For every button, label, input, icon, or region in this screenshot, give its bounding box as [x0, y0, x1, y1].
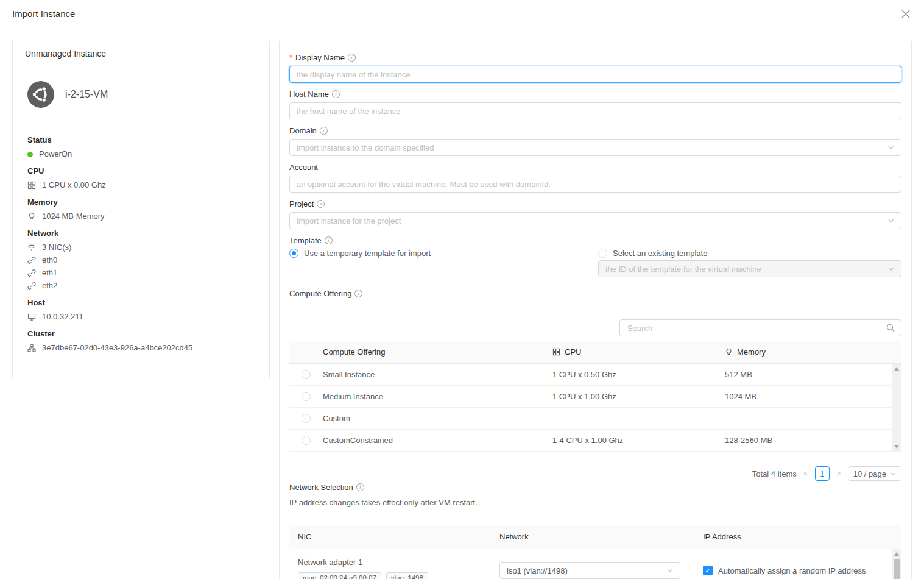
instance-name: i-2-15-VM — [65, 89, 108, 100]
template-item: Template Use a temporary template for im… — [289, 234, 901, 277]
cluster-icon — [27, 344, 36, 352]
nic-name: Network adapter 1 — [298, 558, 491, 567]
next-page-button[interactable]: > — [834, 466, 843, 481]
pagination-total: Total 4 items — [752, 469, 797, 478]
column-header-cpu: CPU — [552, 347, 725, 357]
scroll-down-icon[interactable] — [894, 445, 899, 449]
domain-label: Domain — [289, 126, 317, 135]
prev-page-button[interactable]: < — [802, 466, 810, 481]
status-value: PowerOn — [39, 149, 72, 159]
table-scrollbar[interactable] — [892, 549, 901, 579]
divider — [27, 123, 255, 123]
card-title: Unmanaged Instance — [13, 41, 269, 66]
scroll-up-icon[interactable] — [894, 367, 899, 371]
page-number-button[interactable]: 1 — [815, 466, 830, 481]
cpu-value: 1 CPU x 0.00 Ghz — [42, 180, 106, 190]
table-row[interactable]: Small Instance 1 CPU x 0.50 Ghz 512 MB — [289, 364, 901, 386]
cluster-section: Cluster 3e7dbe67-02d0-43e3-926a-a4bce202… — [27, 329, 255, 353]
close-button[interactable] — [892, 0, 919, 27]
account-item: Account — [289, 161, 901, 193]
account-input[interactable] — [289, 176, 901, 193]
network-selection-label: Network Selection — [289, 483, 353, 492]
row-radio[interactable] — [302, 392, 311, 401]
info-icon[interactable] — [332, 90, 340, 98]
info-icon[interactable] — [317, 200, 325, 208]
compute-offering-search — [619, 319, 901, 336]
scroll-thumb[interactable] — [894, 559, 900, 579]
compute-offering-table: Compute Offering CPU Memory Small Instan… — [289, 341, 901, 452]
pagination: Total 4 items < 1 > 10 / page — [289, 466, 901, 481]
radio-temporary-template-label: Use a temporary template for import — [304, 249, 431, 258]
page-size-select[interactable]: 10 / page — [848, 466, 901, 481]
unmanaged-instance-card: Unmanaged Instance i-2-15-VM Status Powe… — [12, 41, 270, 378]
column-header-ip: IP Address — [694, 532, 901, 541]
template-label: Template — [289, 236, 322, 245]
radio-temporary-template[interactable]: Use a temporary template for import — [289, 249, 598, 258]
info-icon[interactable] — [356, 483, 364, 491]
info-icon[interactable] — [320, 127, 328, 135]
info-icon[interactable] — [354, 290, 362, 297]
chevron-down-icon — [888, 146, 894, 149]
search-icon[interactable] — [886, 324, 895, 332]
checkbox-checked-icon[interactable] — [703, 566, 713, 575]
status-dot-icon — [27, 152, 33, 157]
project-select[interactable]: import instance for the project — [289, 212, 901, 229]
nic-network-value: iso1 (vlan://1498) — [507, 566, 568, 575]
template-id-select[interactable]: the ID of the template for the virtual m… — [598, 260, 901, 277]
radio-existing-template[interactable]: Select an existing template — [598, 249, 901, 258]
nic-table-body: Network adapter 1 mac: 02:00:24:a9:00:07… — [289, 549, 901, 579]
display-name-label: Display Name — [295, 53, 345, 62]
close-icon — [901, 10, 910, 18]
auto-assign-ip-option[interactable]: Automatically assign a random IP address — [703, 566, 901, 575]
network-section: Network 3 NIC(s) eth0 eth1 eth2 — [27, 229, 255, 291]
host-section: Host 10.0.32.211 — [27, 298, 255, 322]
account-label: Account — [289, 163, 318, 172]
domain-select[interactable]: import instance to the domain specified — [289, 139, 901, 156]
link-icon — [27, 256, 36, 265]
radio-existing-template-label: Select an existing template — [613, 249, 707, 258]
template-id-placeholder: the ID of the template for the virtual m… — [605, 265, 761, 274]
cpu-section: CPU 1 CPU x 0.00 Ghz — [27, 166, 255, 190]
interface-name: eth1 — [42, 268, 57, 278]
network-label: Network — [27, 229, 255, 238]
table-row[interactable]: Medium Instance 1 CPU x 1.00 Ghz 1024 MB — [289, 386, 901, 408]
search-input[interactable] — [626, 323, 886, 333]
domain-placeholder: import instance to the domain specified — [297, 143, 434, 152]
link-icon — [27, 282, 36, 290]
row-radio[interactable] — [302, 370, 311, 379]
table-row[interactable]: Custom — [289, 408, 901, 430]
nic-table: NIC Network IP Address Network adapter 1… — [289, 525, 901, 579]
row-radio[interactable] — [302, 436, 311, 445]
chevron-down-icon — [667, 569, 673, 572]
desktop-icon — [27, 313, 36, 321]
host-name-input[interactable] — [289, 102, 901, 119]
ubuntu-os-icon — [27, 81, 54, 108]
modal-title: Import Instance — [12, 0, 75, 27]
row-radio[interactable] — [302, 414, 311, 423]
info-icon[interactable] — [325, 236, 333, 244]
column-header-memory: Memory — [725, 347, 901, 357]
nic-table-header: NIC Network IP Address — [289, 525, 901, 549]
radio-icon — [598, 249, 607, 258]
table-scrollbar[interactable] — [892, 364, 901, 452]
project-item: Project import instance for the project — [289, 197, 901, 229]
compute-offering-label: Compute Offering — [289, 289, 351, 298]
host-label: Host — [27, 298, 255, 308]
mac-tag: mac: 02:00:24:a9:00:07 — [298, 572, 381, 579]
column-header-nic: NIC — [289, 532, 491, 541]
compute-offering-table-header: Compute Offering CPU Memory — [289, 341, 901, 364]
interface-name: eth0 — [42, 255, 57, 265]
info-icon[interactable] — [348, 54, 356, 62]
cluster-label: Cluster — [27, 329, 255, 339]
nic-network-select[interactable]: iso1 (vlan://1498) — [499, 562, 680, 579]
display-name-input[interactable] — [289, 66, 901, 83]
host-name-item: Host Name — [289, 88, 901, 119]
table-row[interactable]: CustomConstrained 1-4 CPU x 1.00 Ghz 128… — [289, 430, 901, 452]
modal-header: Import Instance — [0, 0, 924, 27]
link-icon — [27, 269, 36, 277]
cluster-value: 3e7dbe67-02d0-43e3-926a-a4bce202cd45 — [42, 343, 192, 353]
vlan-tag: vlan: 1498 — [386, 572, 428, 579]
memory-label: Memory — [27, 197, 255, 207]
scroll-up-icon[interactable] — [894, 552, 899, 556]
memory-value: 1024 MB Memory — [42, 211, 105, 221]
